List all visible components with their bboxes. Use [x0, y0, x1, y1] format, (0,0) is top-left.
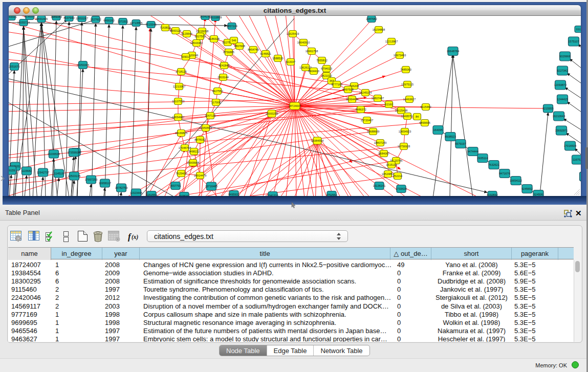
svg-text:16782759: 16782759 — [115, 186, 127, 189]
svg-text:14524851: 14524851 — [382, 172, 394, 176]
svg-text:7163822: 7163822 — [160, 26, 170, 29]
svg-text:116753: 116753 — [573, 158, 581, 161]
svg-text:1071911: 1071911 — [117, 20, 128, 23]
svg-text:7485063: 7485063 — [400, 68, 411, 71]
svg-text:8637940: 8637940 — [63, 16, 74, 19]
svg-text:15909948: 15909948 — [187, 161, 199, 164]
svg-text:2718126: 2718126 — [176, 70, 186, 73]
svg-text:20053346: 20053346 — [77, 63, 89, 67]
svg-text:12213367: 12213367 — [173, 85, 185, 88]
svg-text:8660124: 8660124 — [170, 29, 181, 32]
svg-text:6794023: 6794023 — [321, 67, 332, 70]
svg-text:0341316: 0341316 — [267, 194, 278, 196]
svg-text:12213967: 12213967 — [385, 40, 398, 43]
svg-text:10025438: 10025438 — [395, 109, 407, 112]
svg-text:822037: 822037 — [286, 60, 295, 63]
svg-text:9245652: 9245652 — [521, 187, 532, 190]
svg-text:8196001: 8196001 — [24, 16, 35, 18]
svg-text:9474444: 9474444 — [467, 150, 478, 153]
svg-text:1115682: 1115682 — [21, 169, 32, 172]
svg-text:15692971: 15692971 — [555, 129, 568, 132]
svg-text:84: 84 — [416, 115, 419, 118]
svg-text:7625402: 7625402 — [176, 172, 186, 175]
svg-text:20206536: 20206536 — [48, 152, 60, 156]
svg-text:8878332: 8878332 — [194, 138, 205, 141]
svg-text:19166825: 19166825 — [175, 132, 187, 135]
svg-text:15136141: 15136141 — [373, 184, 385, 187]
svg-text:12093872: 12093872 — [554, 83, 567, 86]
svg-text:1575107: 1575107 — [568, 40, 579, 43]
svg-text:12353594: 12353594 — [200, 126, 212, 129]
svg-text:8938923: 8938923 — [445, 135, 455, 138]
svg-text:117006: 117006 — [211, 101, 221, 104]
svg-text:8904413: 8904413 — [308, 70, 319, 73]
svg-text:4752553: 4752553 — [326, 193, 337, 196]
svg-text:16033809: 16033809 — [209, 16, 222, 19]
svg-text:252214: 252214 — [393, 174, 402, 178]
svg-text:1615132: 1615132 — [386, 163, 397, 166]
svg-text:17016504: 17016504 — [564, 144, 576, 147]
svg-text:13654923: 13654923 — [399, 130, 411, 133]
svg-text:16640910: 16640910 — [297, 41, 310, 44]
svg-text:13463627: 13463627 — [403, 98, 416, 101]
svg-text:10107553: 10107553 — [172, 100, 184, 103]
svg-text:4078161: 4078161 — [179, 194, 189, 196]
svg-text:1733426: 1733426 — [396, 187, 406, 190]
svg-text:8756885: 8756885 — [223, 51, 234, 54]
svg-text:13325419: 13325419 — [287, 32, 299, 35]
svg-text:12975115: 12975115 — [401, 83, 413, 86]
svg-text:8186328: 8186328 — [208, 37, 219, 40]
svg-text:1244415: 1244415 — [557, 98, 568, 101]
svg-text:16210643: 16210643 — [553, 115, 565, 118]
svg-text:1112: 1112 — [576, 28, 581, 31]
svg-text:9657791: 9657791 — [170, 184, 181, 187]
svg-text:2051670: 2051670 — [9, 65, 19, 68]
svg-text:9227342: 9227342 — [557, 69, 568, 72]
svg-text:7955812: 7955812 — [316, 59, 327, 62]
svg-text:16961758: 16961758 — [306, 50, 318, 53]
svg-text:10553267: 10553267 — [76, 17, 88, 20]
svg-text:10543382: 10543382 — [190, 41, 203, 45]
svg-text:2803144: 2803144 — [217, 76, 228, 79]
svg-text:13716485: 13716485 — [205, 185, 217, 188]
svg-text:9327503: 9327503 — [194, 35, 205, 38]
svg-text:8215955: 8215955 — [542, 107, 553, 110]
svg-text:1588520: 1588520 — [272, 57, 283, 60]
svg-text:16154808: 16154808 — [373, 28, 385, 31]
svg-text:2935114: 2935114 — [477, 157, 488, 160]
svg-text:20691406: 20691406 — [35, 17, 48, 20]
svg-text:6579197: 6579197 — [455, 142, 466, 145]
svg-text:10688609: 10688609 — [367, 130, 379, 133]
svg-text:1421022: 1421022 — [321, 74, 332, 77]
svg-text:7515546: 7515546 — [145, 23, 156, 26]
svg-text:17359934: 17359934 — [68, 151, 80, 154]
svg-text:8454749: 8454749 — [248, 48, 258, 51]
svg-text:10973493: 10973493 — [394, 54, 406, 57]
svg-text:62160: 62160 — [385, 103, 393, 106]
svg-text:9777169: 9777169 — [331, 83, 342, 86]
svg-text:9129544: 9129544 — [181, 32, 192, 35]
svg-text:14055724: 14055724 — [17, 21, 30, 24]
svg-text:3857224: 3857224 — [226, 25, 237, 28]
svg-text:16648784: 16648784 — [447, 50, 459, 53]
svg-text:10654112: 10654112 — [510, 179, 522, 182]
svg-text:17046768: 17046768 — [179, 146, 191, 149]
svg-text:164095: 164095 — [433, 128, 443, 132]
svg-text:12323446: 12323446 — [130, 191, 142, 194]
svg-text:19384554: 19384554 — [311, 139, 323, 142]
svg-text:18807249: 18807249 — [374, 141, 386, 144]
svg-text:16713555: 16713555 — [130, 21, 142, 25]
svg-text:16914479: 16914479 — [194, 174, 206, 177]
svg-text:2087682: 2087682 — [366, 17, 377, 20]
svg-text:7486372: 7486372 — [355, 108, 366, 111]
svg-text:10807487: 10807487 — [372, 97, 384, 100]
svg-text:8471676: 8471676 — [499, 172, 510, 175]
svg-text:6899695: 6899695 — [419, 121, 430, 124]
svg-text:9242845: 9242845 — [219, 64, 229, 67]
svg-text:1161559: 1161559 — [146, 193, 157, 196]
svg-text:1043321: 1043321 — [9, 16, 17, 18]
svg-text:18300295: 18300295 — [266, 112, 278, 115]
svg-text:9146821: 9146821 — [260, 52, 271, 55]
svg-text:3267130: 3267130 — [205, 114, 215, 117]
svg-text:3389083: 3389083 — [51, 16, 61, 18]
